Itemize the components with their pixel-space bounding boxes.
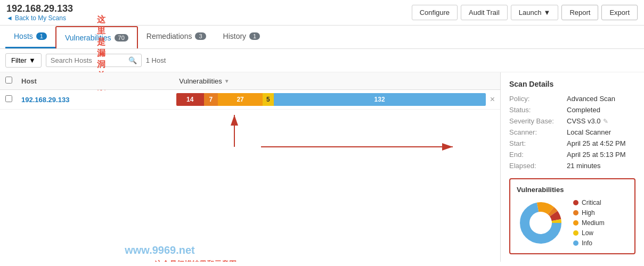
back-to-scans-link[interactable]: ◄ Back to My Scans bbox=[6, 14, 73, 22]
report-button[interactable]: Report bbox=[561, 5, 598, 20]
col-vuln-header[interactable]: Vulnerabilities ▼ bbox=[179, 77, 495, 85]
search-icon: 🔍 bbox=[128, 56, 137, 64]
tab-vulnerabilities[interactable]: Vulnerabilities 70 bbox=[55, 26, 138, 48]
watermark: www.9969.net bbox=[125, 244, 195, 256]
table-row[interactable]: 192.168.29.133 14 7 27 5 bbox=[0, 90, 500, 110]
legend-info: Info bbox=[573, 239, 605, 247]
annotation-arrow-2 bbox=[256, 131, 458, 163]
detail-elapsed: Elapsed: 21 minutes bbox=[509, 162, 635, 170]
host-ip[interactable]: 192.168.29.133 bbox=[21, 96, 69, 104]
detail-scanner: Scanner: Local Scanner bbox=[509, 128, 635, 136]
main-content: Host Vulnerabilities ▼ 192.168.29.133 14 bbox=[0, 72, 644, 262]
bar-low: 5 bbox=[263, 93, 273, 106]
bar-high: 7 bbox=[204, 93, 218, 106]
detail-policy: Policy: Advanced Scan bbox=[509, 95, 635, 103]
select-all-checkbox[interactable] bbox=[5, 77, 21, 85]
vuln-card-title: Vulnerabilities bbox=[517, 186, 628, 194]
legend-low-dot bbox=[573, 230, 578, 236]
legend-critical-dot bbox=[573, 200, 578, 205]
launch-button[interactable]: Launch ▼ bbox=[511, 5, 559, 20]
search-input[interactable] bbox=[51, 56, 128, 64]
tab-history[interactable]: History 1 bbox=[215, 26, 269, 48]
tab-remediations[interactable]: Remediations 3 bbox=[138, 26, 215, 48]
tab-history-badge: 1 bbox=[249, 32, 260, 40]
tab-remed-badge: 3 bbox=[195, 32, 206, 40]
annotation-area: 这个是扫描结果和示意图，按漏洞的危险等级来划分 bbox=[0, 110, 500, 205]
host-count: 1 Host bbox=[146, 56, 166, 64]
table-header: Host Vulnerabilities ▼ bbox=[0, 72, 500, 90]
top-left: 192.168.29.133 ◄ Back to My Scans 这里是漏洞总… bbox=[6, 3, 73, 22]
detail-severity: Severity Base: CVSS v3.0 ✎ bbox=[509, 117, 635, 125]
donut-chart bbox=[517, 199, 565, 247]
legend-low: Low bbox=[573, 229, 605, 237]
search-box[interactable]: 🔍 bbox=[46, 54, 142, 67]
vuln-bar: 14 7 27 5 132 bbox=[176, 93, 486, 106]
legend-critical: Critical bbox=[573, 199, 605, 206]
audit-trail-button[interactable]: Audit Trail bbox=[461, 5, 508, 20]
legend-high: High bbox=[573, 209, 605, 217]
export-button[interactable]: Export bbox=[601, 5, 638, 20]
bar-critical: 14 bbox=[176, 93, 204, 106]
tab-vuln-badge: 70 bbox=[115, 34, 128, 41]
legend-medium-dot bbox=[573, 220, 578, 226]
sort-arrow-icon: ▼ bbox=[224, 78, 230, 84]
bar-info: 132 bbox=[274, 93, 486, 106]
severity-edit-icon[interactable]: ✎ bbox=[603, 118, 608, 125]
top-bar: 192.168.29.133 ◄ Back to My Scans 这里是漏洞总… bbox=[0, 0, 644, 26]
filter-dropdown-icon: ▼ bbox=[29, 56, 36, 64]
select-all-input[interactable] bbox=[5, 77, 12, 84]
vuln-legend: Critical High Medium Low bbox=[573, 199, 605, 247]
legend-medium: Medium bbox=[573, 219, 605, 227]
detail-end: End: April 25 at 5:13 PM bbox=[509, 151, 635, 159]
annotation-scan-result: 这个是扫描结果和示意图，按漏洞的危险等级来划分 bbox=[154, 259, 244, 262]
donut-hole bbox=[530, 212, 551, 234]
legend-high-dot bbox=[573, 210, 578, 215]
detail-start: Start: April 25 at 4:52 PM bbox=[509, 139, 635, 147]
col-host-header: Host bbox=[21, 77, 179, 85]
configure-button[interactable]: Configure bbox=[412, 5, 458, 20]
page-title: 192.168.29.133 bbox=[6, 3, 73, 14]
bar-medium: 27 bbox=[218, 93, 263, 106]
tab-hosts-badge: 1 bbox=[36, 32, 47, 40]
scan-details-panel: Scan Details Policy: Advanced Scan Statu… bbox=[500, 72, 644, 262]
vuln-card: Vulnerabilities bbox=[509, 178, 635, 254]
dropdown-arrow-icon: ▼ bbox=[544, 9, 551, 16]
scan-details-title: Scan Details bbox=[509, 80, 635, 88]
tabs-bar: Hosts 1 Vulnerabilities 70 Remediations … bbox=[0, 26, 644, 49]
filter-button[interactable]: Filter ▼ bbox=[5, 53, 42, 68]
row-close-button[interactable]: × bbox=[490, 95, 495, 104]
toolbar: Configure Audit Trail Launch ▼ Report Ex… bbox=[412, 5, 638, 20]
table-section: Host Vulnerabilities ▼ 192.168.29.133 14 bbox=[0, 72, 500, 262]
filter-bar: Filter ▼ 🔍 1 Host bbox=[0, 49, 644, 72]
tab-hosts[interactable]: Hosts 1 bbox=[5, 26, 55, 48]
chevron-left-icon: ◄ bbox=[6, 14, 13, 22]
donut-svg bbox=[517, 199, 565, 247]
detail-status: Status: Completed bbox=[509, 106, 635, 114]
vuln-chart-area: Critical High Medium Low bbox=[517, 199, 628, 247]
legend-info-dot bbox=[573, 240, 578, 246]
row-checkbox[interactable] bbox=[5, 95, 12, 102]
